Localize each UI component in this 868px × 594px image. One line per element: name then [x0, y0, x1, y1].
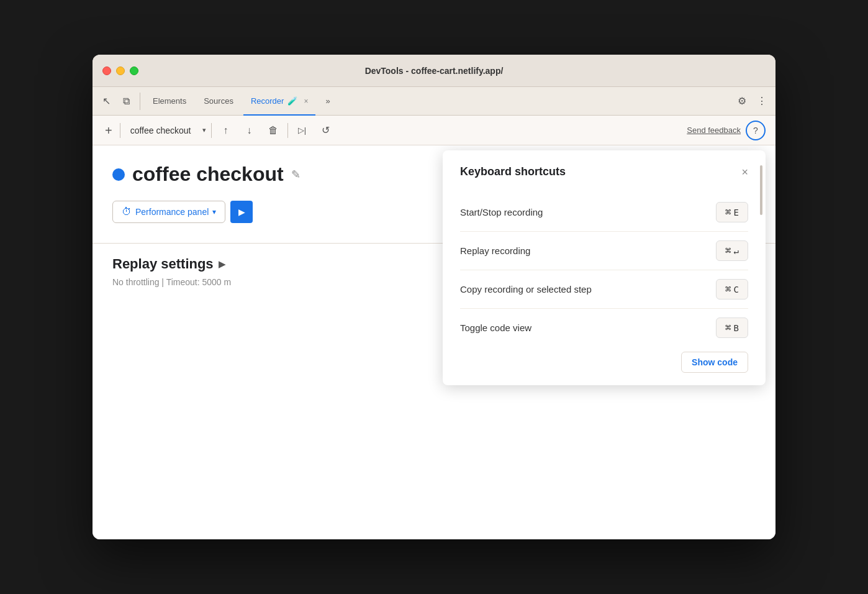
import-icon: ↓ [247, 125, 252, 136]
more-options-btn[interactable]: ⋮ [753, 93, 771, 110]
cmd-symbol-1: ⌘ [725, 245, 731, 257]
popup-scrollbar[interactable] [759, 165, 763, 370]
minimize-button[interactable] [116, 66, 125, 75]
key-char-3: B [734, 323, 739, 333]
delete-recording-btn[interactable]: 🗑 [264, 121, 283, 140]
replay-settings-label: Replay settings [112, 256, 214, 272]
shortcut-row-0: Start/Stop recording ⌘ E [460, 193, 748, 232]
recorder-icon: 🧪 [287, 96, 297, 106]
tab-more[interactable]: » [318, 87, 337, 116]
cursor-icon-btn[interactable]: ↖ [97, 93, 115, 110]
export-icon: ↑ [224, 125, 228, 136]
shortcut-label-2: Copy recording or selected step [460, 284, 592, 295]
recorder-toolbar-divider-2 [211, 123, 212, 138]
devtools-tab-bar: ↖ ⧉ Elements Sources Recorder 🧪 × » ⚙ ⋮ [93, 87, 775, 116]
recording-status-dot [112, 168, 125, 181]
traffic-lights [102, 66, 138, 75]
window-title: DevTools - coffee-cart.netlify.app/ [365, 66, 504, 76]
replay-icon: ↺ [322, 124, 330, 136]
popup-close-btn[interactable]: × [741, 167, 748, 178]
toolbar-right: ⚙ ⋮ [733, 93, 771, 110]
show-code-btn[interactable]: Show code [681, 352, 748, 373]
title-bar: DevTools - coffee-cart.netlify.app/ [93, 55, 775, 87]
performance-panel-btn[interactable]: ⏱ Performance panel ▾ [112, 201, 225, 223]
send-feedback-link[interactable]: Send feedback [687, 126, 741, 135]
recorder-toolbar: + coffee checkout ▾ ↑ ↓ 🗑 ▷| ↺ Send feed… [93, 116, 775, 145]
start-replay-btn[interactable]: ▶ [230, 201, 253, 223]
shortcut-label-3: Toggle code view [460, 322, 531, 333]
shortcut-row-1: Replay recording ⌘ ↵ [460, 232, 748, 270]
help-shortcuts-btn[interactable]: ? [746, 121, 766, 140]
edit-recording-title-btn[interactable]: ✎ [291, 168, 301, 181]
cmd-symbol-2: ⌘ [725, 283, 731, 295]
shortcuts-popup: Keyboard shortcuts × Start/Stop recordin… [443, 150, 766, 385]
main-content: coffee checkout ✎ ⏱ Performance panel ▾ … [93, 145, 775, 539]
key-char-0: E [734, 208, 739, 217]
start-replay-icon: ▶ [238, 207, 245, 217]
shortcut-row-3: Toggle code view ⌘ B [460, 309, 748, 347]
settings-gear-btn[interactable]: ⚙ [733, 93, 751, 110]
play-step-icon: ▷| [298, 126, 306, 135]
tab-recorder-close[interactable]: × [304, 97, 308, 106]
tab-elements[interactable]: Elements [145, 87, 194, 116]
cmd-symbol-3: ⌘ [725, 322, 731, 334]
delete-icon: 🗑 [268, 125, 278, 136]
replay-settings-arrow: ▶ [219, 259, 225, 269]
tab-sources[interactable]: Sources [196, 87, 241, 116]
devtools-window: DevTools - coffee-cart.netlify.app/ ↖ ⧉ … [93, 55, 775, 539]
shortcut-key-1: ⌘ ↵ [716, 240, 748, 261]
recording-name-label[interactable]: coffee checkout [125, 123, 196, 138]
performance-btn-label: Performance panel [135, 207, 209, 217]
replay-btn[interactable]: ↺ [317, 121, 335, 140]
tab-bar-divider [140, 93, 140, 110]
key-char-1: ↵ [734, 246, 739, 256]
performance-icon: ⏱ [122, 206, 132, 217]
cmd-symbol-0: ⌘ [725, 206, 731, 218]
add-recording-btn[interactable]: + [102, 122, 115, 139]
show-code-row: Show code [460, 347, 748, 373]
layers-icon-btn[interactable]: ⧉ [117, 93, 135, 110]
shortcut-key-2: ⌘ C [716, 279, 748, 299]
import-recording-btn[interactable]: ↓ [240, 121, 259, 140]
play-step-btn[interactable]: ▷| [293, 121, 312, 140]
shortcut-label-0: Start/Stop recording [460, 207, 543, 217]
shortcut-label-1: Replay recording [460, 245, 530, 256]
recording-title: coffee checkout [132, 163, 284, 186]
tab-recorder[interactable]: Recorder 🧪 × [243, 87, 315, 116]
shortcut-key-3: ⌘ B [716, 318, 748, 338]
key-char-2: C [734, 285, 739, 295]
export-recording-btn[interactable]: ↑ [217, 121, 235, 140]
maximize-button[interactable] [130, 66, 138, 75]
popup-title: Keyboard shortcuts [460, 165, 566, 178]
performance-dropdown-arrow: ▾ [212, 208, 216, 216]
recorder-toolbar-divider-3 [287, 123, 288, 138]
recorder-toolbar-divider-1 [120, 123, 120, 138]
popup-header: Keyboard shortcuts × [460, 165, 748, 178]
shortcut-row-2: Copy recording or selected step ⌘ C [460, 270, 748, 309]
recording-dropdown-btn[interactable]: ▾ [202, 126, 206, 134]
popup-scrollbar-thumb [760, 165, 762, 215]
close-button[interactable] [102, 66, 111, 75]
shortcuts-list: Start/Stop recording ⌘ E Replay recordin… [460, 193, 748, 347]
shortcut-key-0: ⌘ E [716, 202, 748, 222]
